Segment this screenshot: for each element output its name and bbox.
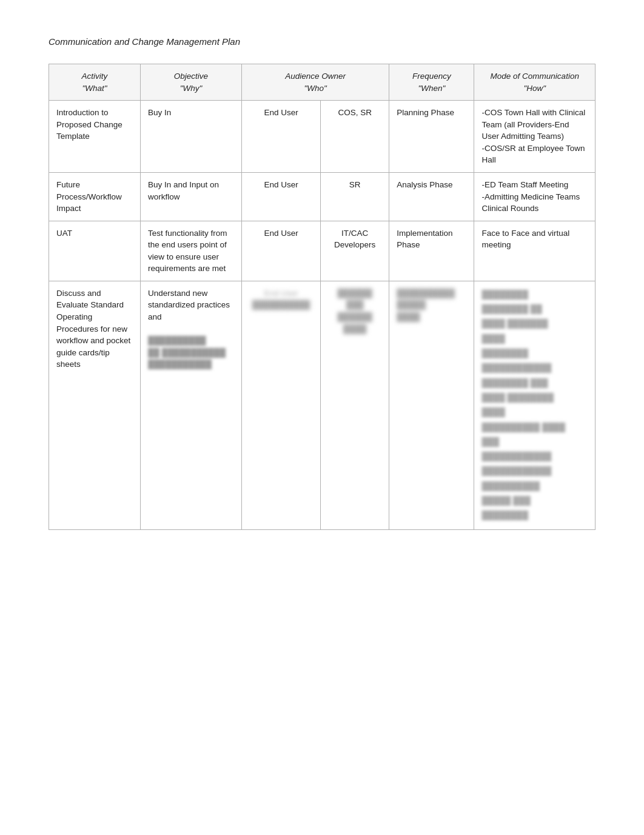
- communication-table: Activity "What" Objective "Why" Audience…: [49, 64, 595, 530]
- table-row: UAT Test functionality from the end user…: [49, 221, 595, 281]
- cell-activity-4: Discuss and Evaluate Standard Operating …: [49, 281, 141, 529]
- cell-objective-2: Buy In and Input on workflow: [140, 172, 241, 221]
- table-row: Discuss and Evaluate Standard Operating …: [49, 281, 595, 529]
- cell-owner-4: █████████ ██████████: [321, 281, 389, 529]
- table-row: Future Process/Workflow Impact Buy In an…: [49, 172, 595, 221]
- cell-frequency-3: Implementation Phase: [389, 221, 474, 281]
- cell-activity-2: Future Process/Workflow Impact: [49, 172, 141, 221]
- cell-mode-2: -ED Team Staff Meeting -Admitting Medici…: [474, 172, 595, 221]
- cell-frequency-2: Analysis Phase: [389, 172, 474, 221]
- cell-frequency-1: Planning Phase: [389, 101, 474, 173]
- cell-audience-2: End User: [242, 172, 321, 221]
- header-mode: Mode of Communication "How": [474, 64, 595, 101]
- header-frequency: Frequency "When": [389, 64, 474, 101]
- cell-activity-3: UAT: [49, 221, 141, 281]
- cell-audience-4: End User██████████: [242, 281, 321, 529]
- table-row: Introduction to Proposed Change Template…: [49, 101, 595, 173]
- table-header-row: Activity "What" Objective "Why" Audience…: [49, 64, 595, 101]
- cell-audience-1: End User: [242, 101, 321, 173]
- page-title: Communication and Change Management Plan: [49, 36, 595, 47]
- cell-audience-3: End User: [242, 221, 321, 281]
- cell-activity-1: Introduction to Proposed Change Template: [49, 101, 141, 173]
- cell-owner-3: IT/CAC Developers: [321, 221, 389, 281]
- blurred-objective-text: ██████████ ██ ███████████ ███████████: [148, 336, 226, 369]
- cell-objective-4: Understand new standardized practices an…: [140, 281, 241, 529]
- cell-mode-1: -COS Town Hall with Clinical Team (all P…: [474, 101, 595, 173]
- header-activity: Activity "What": [49, 64, 141, 101]
- header-objective: Objective "Why": [140, 64, 241, 101]
- cell-owner-2: SR: [321, 172, 389, 221]
- cell-frequency-4: ███████████████████: [389, 281, 474, 529]
- cell-objective-3: Test functionality from the end users po…: [140, 221, 241, 281]
- cell-owner-1: COS, SR: [321, 101, 389, 173]
- cell-objective-1: Buy In: [140, 101, 241, 173]
- cell-mode-4: ████████ ████████ ██ ████ ███████ ████ █…: [474, 281, 595, 529]
- cell-mode-3: Face to Face and virtual meeting: [474, 221, 595, 281]
- header-audience-owner: Audience Owner "Who": [242, 64, 389, 101]
